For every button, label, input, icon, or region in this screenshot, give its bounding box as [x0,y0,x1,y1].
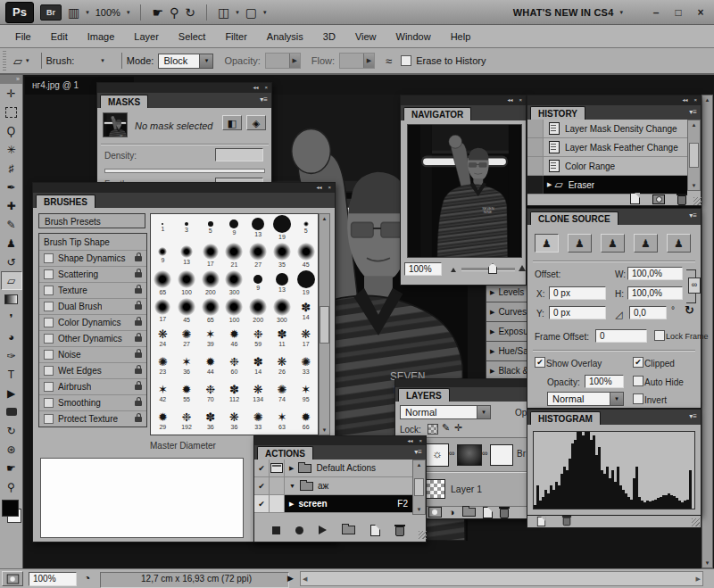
brush-preset[interactable]: 3 [175,214,199,242]
hand-tool-icon[interactable]: ☛ [152,6,163,19]
brush-preset[interactable]: ✽11 [270,325,295,352]
close-icon[interactable]: × [693,95,697,105]
brush-preset[interactable]: ❋36 [222,407,246,435]
chevron-down-icon[interactable]: ▾ [127,9,130,16]
menu-item-file[interactable]: File [5,31,41,42]
brush-preset[interactable]: ❉192 [175,407,199,435]
tool-pen[interactable]: ✑ [1,346,22,365]
collapse-icon[interactable]: ◂◂ [507,95,512,105]
menu-item-edit[interactable]: Edit [41,31,78,42]
add-vector-mask-button[interactable]: ◈ [246,115,266,130]
tab-history[interactable]: HISTORY [530,106,585,120]
brush-setting-shape-dynamics[interactable]: Shape Dynamics [39,250,146,266]
history-state-layer-mask-feather-change[interactable]: Layer Mask Feather Change [527,138,687,157]
status-arrow-icon[interactable]: ▶ [287,574,294,583]
reset-transform-icon[interactable]: ↻ [685,303,694,317]
scroll-down-icon[interactable]: ▼ [705,559,710,567]
delete-action-icon[interactable] [395,526,404,536]
brush-preset[interactable]: 65 [151,269,175,297]
status-options-icon[interactable]: ◔ [84,572,90,584]
bridge-button[interactable]: Br [40,4,62,21]
menu-item-3d[interactable]: 3D [313,31,345,42]
add-mask-icon[interactable] [428,507,442,518]
brush-preset[interactable]: ✽36 [198,407,222,435]
tool-eraser[interactable]: ▱ [1,271,22,290]
brush-preset[interactable]: 13 [175,242,199,269]
brush-preset[interactable]: ✺33 [246,407,270,435]
checkbox-icon[interactable] [44,269,54,279]
toggle-item-checkbox[interactable]: ✔ [254,460,270,476]
brush-picker-arrow[interactable]: ▾ [101,57,104,64]
new-action-icon[interactable] [370,525,380,536]
rotate-view-icon[interactable]: ↻ [185,6,195,19]
brush-preset[interactable]: ❋26 [270,352,295,379]
brush-setting-smoothing[interactable]: Smoothing [39,394,146,410]
tool-clone-stamp[interactable]: ♟ [1,234,22,253]
brush-preset[interactable]: ✶39 [198,325,222,352]
navigator-zoom-field[interactable]: 100% [404,262,442,276]
tool-path-selection[interactable]: ▶ [1,384,22,402]
brush-setting-noise[interactable]: Noise [39,346,146,362]
snapshot-cell[interactable] [527,120,544,137]
play-icon[interactable] [319,526,327,534]
arrange-documents-icon[interactable]: ◫ [218,6,229,19]
tab-layers[interactable]: LAYERS [398,388,450,402]
tab-masks[interactable]: MASKS [100,95,148,108]
brush-preset[interactable]: ✹29 [151,407,175,435]
brush-setting-color-dynamics[interactable]: Color Dynamics [39,314,146,330]
new-document-from-state-icon[interactable] [630,193,640,204]
tool-type[interactable]: T [1,365,22,384]
clone-source-slot-5[interactable]: ♟ [667,234,691,253]
menu-item-analysis[interactable]: Analysis [257,31,313,42]
scroll-thumb[interactable] [320,306,329,344]
brush-setting-wet-edges[interactable]: Wet Edges [39,362,146,378]
clone-source-slot-2[interactable]: ♟ [568,234,592,253]
brush-preset[interactable]: 5 [294,214,318,242]
expand-icon[interactable]: ▶ [289,465,294,472]
brush-preset[interactable]: 65 [198,297,222,325]
density-slider[interactable] [104,169,265,173]
checkbox-icon[interactable] [44,366,54,376]
lock-frame-checkbox[interactable] [654,330,665,341]
navigator-preview[interactable] [407,124,522,258]
brush-preset[interactable]: ❉70 [198,379,222,407]
brush-preset[interactable]: ✹46 [222,325,246,352]
chevron-down-icon[interactable]: ▾ [26,57,29,64]
scroll-up-icon[interactable]: ▲ [322,214,328,223]
close-icon[interactable]: × [264,83,268,93]
dialog-toggle-cell[interactable] [270,477,285,494]
tool-rectangular-marquee[interactable] [1,103,22,121]
maintain-aspect-link-icon[interactable]: ∞ [688,277,701,294]
history-state-color-range[interactable]: Color Range [527,157,687,176]
brush-preset[interactable]: ✽112 [222,379,246,407]
auto-hide-checkbox[interactable] [633,376,643,386]
brush-preset[interactable]: ❋24 [151,325,175,352]
trash-icon[interactable] [563,518,571,526]
panel-menu-icon[interactable]: ▾≡ [689,108,697,116]
brush-preset[interactable]: ✹66 [294,407,318,435]
brush-preset[interactable]: ✶36 [175,352,199,379]
tab-histogram[interactable]: HISTOGRAM [530,411,601,425]
zoom-in-icon[interactable] [519,265,526,271]
panel-menu-icon[interactable]: ▾≡ [260,95,268,104]
snapshot-cell[interactable] [527,138,544,156]
panel-menu-icon[interactable]: ▾≡ [414,448,422,456]
brush-preset[interactable]: ✺33 [294,352,318,379]
slider-thumb[interactable] [488,263,497,274]
toggle-item-checkbox[interactable]: ✔ [254,495,270,512]
blend-mode-dropdown[interactable]: Normal ▾ [400,405,491,419]
tab-brushes[interactable]: BRUSHES [36,195,95,208]
invert-checkbox[interactable] [633,393,643,404]
brush-preset[interactable]: 17 [198,242,222,269]
zoom-level-dropdown[interactable]: 100% [95,7,120,18]
close-icon[interactable]: × [328,183,331,193]
history-scrollbar[interactable]: ▲ ▼ [687,120,701,191]
mode-dropdown[interactable]: Block ▾ [158,54,213,69]
history-state-layer-mask-density-change[interactable]: Layer Mask Density Change [527,120,687,138]
toggle-item-checkbox[interactable]: ✔ [254,477,270,494]
panel-menu-icon[interactable]: ▾≡ [689,412,697,420]
lock-position-icon[interactable]: ✛ [454,422,462,434]
brush-preset[interactable]: 17 [151,297,175,325]
clone-source-slot-3[interactable]: ♟ [601,234,625,253]
vector-mask-thumbnail[interactable] [490,444,513,466]
